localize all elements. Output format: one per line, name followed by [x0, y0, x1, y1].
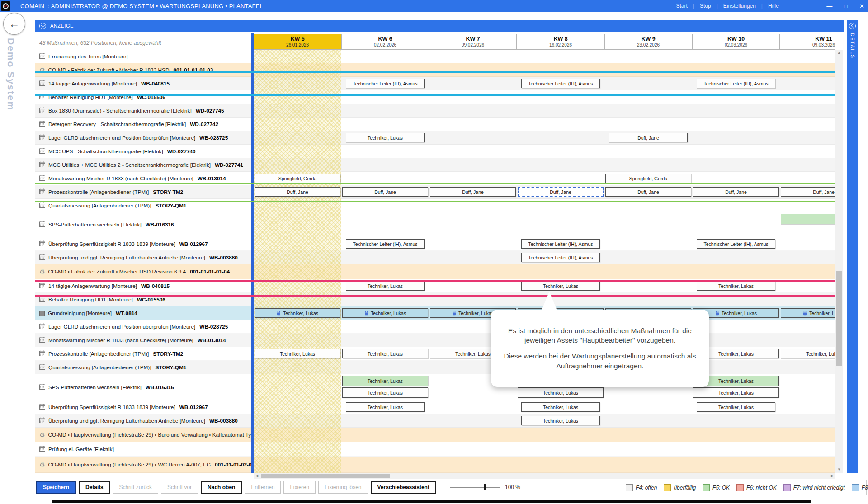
maximize-button[interactable]: □: [844, 3, 848, 9]
schedule-cell[interactable]: Duff, Jane: [693, 187, 779, 197]
schedule-cell[interactable]: Techniker, Lukas: [521, 281, 600, 291]
schedule-cell[interactable]: Technischer Leiter (IH), Asmus: [697, 79, 775, 88]
vertical-scrollbar[interactable]: ▲ ▼: [835, 50, 843, 473]
schedule-cell[interactable]: Techniker, Lukas: [346, 402, 425, 412]
details-side-tab[interactable]: DETAILS: [847, 20, 858, 473]
row-label[interactable]: Überprüfung und ggf. Reinigung Lüfterhau…: [35, 251, 254, 264]
row-label[interactable]: Quartalsmessung [Anlagenbediener (TPM)]S…: [35, 361, 254, 374]
task-row[interactable]: Monatswartung Mischer R 1833 (nach Check…: [35, 334, 835, 347]
week-header-kw-6[interactable]: KW 602.02.2026: [341, 34, 429, 50]
schedule-cell[interactable]: [781, 214, 835, 224]
vertical-scroll-thumb[interactable]: [836, 271, 842, 366]
schedule-cell[interactable]: Technischer Leiter (IH), Asmus: [697, 239, 775, 249]
task-row[interactable]: Behälter Reinigung HD1 [Monteure]WC-0155…: [35, 90, 835, 104]
task-row[interactable]: Überprüfung und ggf. Reinigung Lüfterhau…: [35, 414, 835, 428]
horizontal-scroll-thumb[interactable]: [261, 474, 390, 478]
schedule-cell[interactable]: Duff, Jane: [430, 187, 516, 197]
task-row[interactable]: Box 1830 (Drumscale) - Schaltschrankther…: [35, 104, 835, 118]
row-label[interactable]: Behälter Reinigung HD1 [Monteure]WC-0155…: [35, 90, 254, 104]
schedule-cell[interactable]: Techniker, Lukas: [255, 349, 340, 358]
week-header-kw-9[interactable]: KW 923.02.2026: [604, 34, 692, 50]
schedule-cell[interactable]: Techniker, Lukas: [255, 308, 340, 318]
schedule-cell[interactable]: Duff, Jane: [781, 187, 835, 197]
scroll-up-icon[interactable]: ▲: [835, 50, 843, 56]
verschiebeassistent-button[interactable]: Verschiebeassistent: [371, 481, 436, 494]
speichern-button[interactable]: Speichern: [36, 481, 76, 494]
schedule-cell[interactable]: Techniker, Lukas: [521, 416, 600, 425]
group-row[interactable]: ⚙CO-MD • Hauptverwaltung (Fichtestraße 2…: [35, 457, 835, 473]
row-label[interactable]: Überprüfung und ggf. Reinigung Lüfterhau…: [35, 414, 254, 427]
task-row[interactable]: Behälter Reinigung HD1 [Monteure]WC-0155…: [35, 293, 835, 306]
schedule-cell[interactable]: Technischer Leiter (IH), Asmus: [346, 79, 425, 88]
schedule-cell[interactable]: Duff, Jane: [609, 133, 688, 142]
schedule-cell[interactable]: Techniker, Lukas: [781, 308, 835, 318]
row-label[interactable]: ⚙CO-MD • Hauptverwaltung (Fichtestraße 2…: [35, 457, 254, 472]
schedule-cell[interactable]: Techniker, Lukas: [697, 281, 775, 291]
week-header-kw-5[interactable]: KW 526.01.2026: [254, 34, 341, 50]
schedule-cell[interactable]: Technischer Leiter (IH), Asmus: [521, 253, 600, 262]
schedule-cell[interactable]: Techniker, Lukas: [693, 387, 779, 398]
group-row[interactable]: ⚙CO-MD • Hauptverwaltung (Fichtestraße 2…: [35, 428, 835, 442]
task-row[interactable]: SPS-Pufferbatterien wechseln [Elektrik]W…: [35, 374, 835, 400]
schedule-cell[interactable]: Techniker, Lukas: [342, 349, 428, 358]
schedule-cell[interactable]: Duff, Jane: [255, 187, 340, 197]
task-row[interactable]: 14 tägige Anlagenwartung [Monteure]WB-04…: [35, 279, 835, 293]
row-label[interactable]: MCC Utilities + MCC Utilities 2 - Schalt…: [35, 158, 254, 171]
scroll-down-icon[interactable]: ▼: [835, 466, 843, 473]
row-label[interactable]: Grundreinigung [Monteure]WT-0814: [35, 306, 254, 320]
details-button[interactable]: Details: [79, 481, 110, 494]
week-header-kw-8[interactable]: KW 816.02.2026: [517, 34, 604, 50]
row-label[interactable]: 14 tägige Anlagenwartung [Monteure]WB-04…: [35, 279, 254, 292]
row-label[interactable]: Detergent Recovery - Schaltschrankthermo…: [35, 118, 254, 131]
task-row[interactable]: Überprüfung und ggf. Reinigung Lüfterhau…: [35, 251, 835, 264]
menu-item-einstellungen[interactable]: Einstellungen: [718, 3, 761, 9]
schedule-cell[interactable]: Duff, Jane: [605, 187, 691, 197]
task-row[interactable]: Grundreinigung [Monteure]WT-0814Technike…: [35, 306, 835, 320]
row-label[interactable]: Lager GLRD abschmieren und Position über…: [35, 320, 254, 333]
schedule-cell[interactable]: Technischer Leiter (IH), Asmus: [521, 239, 600, 249]
row-label[interactable]: SPS-Pufferbatterien wechseln [Elektrik]W…: [35, 374, 254, 400]
menu-item-hilfe[interactable]: Hilfe: [763, 3, 784, 9]
scroll-right-icon[interactable]: ▶: [829, 473, 835, 479]
task-row[interactable]: Prozesskontrolle [Anlagenbediener (TPM)]…: [35, 347, 835, 361]
schedule-cell[interactable]: Techniker, Lukas: [342, 376, 428, 386]
row-label[interactable]: Monatswartung Mischer R 1833 (nach Check…: [35, 172, 254, 185]
schedule-cell[interactable]: Techniker, Lukas: [346, 281, 425, 291]
task-row[interactable]: Erneuerung des Tores [Monteure]: [35, 50, 835, 63]
scroll-left-icon[interactable]: ◀: [254, 473, 260, 479]
row-label[interactable]: Prüfung el. Geräte [Elektrik]: [35, 442, 254, 456]
row-label[interactable]: 14 tägige Anlagenwartung [Monteure]WB-04…: [35, 77, 254, 90]
row-label[interactable]: Überprüfung Sperrflüssigkeit R 1833-1839…: [35, 237, 254, 250]
schedule-cell[interactable]: Duff, Jane: [342, 187, 428, 197]
row-label[interactable]: Monatswartung Mischer R 1833 (nach Check…: [35, 334, 254, 347]
task-row[interactable]: Quartalsmessung [Anlagenbediener (TPM)]S…: [35, 199, 835, 212]
schedule-cell[interactable]: Duff, Jane: [518, 187, 604, 197]
task-row[interactable]: Monatswartung Mischer R 1833 (nach Check…: [35, 172, 835, 185]
week-header-kw-7[interactable]: KW 709.02.2026: [429, 34, 517, 50]
minimize-button[interactable]: —: [826, 3, 832, 9]
task-row[interactable]: MCC UPS - Schaltschrankthermografie [Ele…: [35, 145, 835, 158]
task-row[interactable]: Lager GLRD abschmieren und Position über…: [35, 131, 835, 145]
slider-thumb[interactable]: [484, 484, 486, 490]
row-label[interactable]: ⚙CO-MD • Fabrik der Zukunft • Mischer HS…: [35, 264, 254, 279]
schedule-cell[interactable]: Springfield, Gerda: [605, 174, 691, 183]
task-row[interactable]: Quartalsmessung [Anlagenbediener (TPM)]S…: [35, 361, 835, 374]
schedule-cell[interactable]: Techniker, Lukas: [342, 308, 428, 318]
row-label[interactable]: Erneuerung des Tores [Monteure]: [35, 50, 254, 63]
row-label[interactable]: Box 1830 (Drumscale) - Schaltschrankther…: [35, 104, 254, 117]
task-row[interactable]: Detergent Recovery - Schaltschrankthermo…: [35, 118, 835, 131]
row-label[interactable]: SPS-Pufferbatterien wechseln [Elektrik]W…: [35, 212, 254, 237]
task-row[interactable]: Prozesskontrolle [Anlagenbediener (TPM)]…: [35, 185, 835, 199]
task-row[interactable]: Lager GLRD abschmieren und Position über…: [35, 320, 835, 334]
task-row[interactable]: MCC Utilities + MCC Utilities 2 - Schalt…: [35, 158, 835, 172]
task-row[interactable]: SPS-Pufferbatterien wechseln [Elektrik]W…: [35, 212, 835, 237]
schedule-cell[interactable]: Techniker, Lukas: [521, 402, 600, 412]
task-row[interactable]: Überprüfung Sperrflüssigkeit R 1833-1839…: [35, 400, 835, 414]
menu-item-start[interactable]: Start: [671, 3, 693, 9]
row-label[interactable]: ⚙CO-MD • Hauptverwaltung (Fichtestraße 2…: [35, 428, 254, 442]
schedule-cell[interactable]: Techniker, Lukas: [697, 402, 775, 412]
row-label[interactable]: Prozesskontrolle [Anlagenbediener (TPM)]…: [35, 185, 254, 198]
row-label[interactable]: Behälter Reinigung HD1 [Monteure]WC-0155…: [35, 293, 254, 306]
menu-item-stop[interactable]: Stop: [694, 3, 717, 9]
schedule-cell[interactable]: Technischer Leiter (IH), Asmus: [521, 79, 600, 88]
